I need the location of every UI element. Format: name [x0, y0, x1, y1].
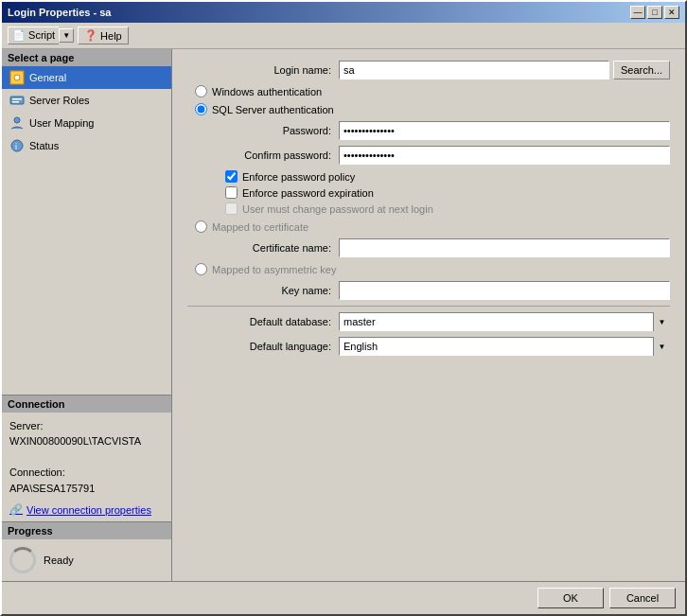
general-icon — [9, 70, 25, 85]
svg-rect-4 — [12, 101, 19, 103]
server-roles-icon — [9, 93, 25, 108]
must-change-label: User must change password at next login — [242, 203, 433, 215]
login-name-input[interactable] — [339, 61, 609, 79]
script-dropdown-arrow[interactable]: ▼ — [59, 28, 74, 43]
toolbar: 📄 Script ▼ ❓ Help — [2, 23, 685, 49]
progress-section-label: Progress — [2, 521, 171, 539]
default-database-label: Default database: — [187, 316, 339, 327]
svg-rect-2 — [10, 97, 24, 104]
link-icon: 🔗 — [9, 503, 23, 516]
cert-name-label: Certificate name: — [187, 242, 339, 254]
minimize-button[interactable]: — — [630, 6, 645, 19]
sql-auth-label: SQL Server authentication — [212, 104, 334, 115]
ok-button[interactable]: OK — [537, 588, 604, 608]
mapped-cert-radio[interactable] — [195, 220, 207, 233]
progress-spinner — [9, 547, 36, 573]
footer: OK Cancel — [2, 581, 685, 614]
cert-name-row: Certificate name: — [187, 238, 670, 257]
progress-content: Ready — [2, 539, 171, 581]
cancel-button[interactable]: Cancel — [609, 588, 676, 608]
enforce-expiration-checkbox[interactable] — [225, 186, 238, 199]
key-name-input[interactable] — [339, 281, 670, 300]
sql-auth-radio[interactable] — [195, 103, 207, 115]
view-connection-link-text: View connection properties — [26, 504, 151, 516]
connection-label-text: Connection: APA\SESA175791 — [9, 465, 164, 496]
sidebar: Select a page General — [2, 49, 172, 581]
default-language-select[interactable]: English Deutsch Français Español — [339, 337, 670, 356]
sidebar-item-general-label: General — [29, 72, 66, 83]
must-change-checkbox — [225, 202, 238, 215]
default-language-select-wrapper: English Deutsch Français Español ▼ — [339, 337, 670, 356]
key-name-label: Key name: — [187, 285, 339, 296]
sidebar-item-server-roles[interactable]: Server Roles — [2, 89, 171, 112]
sql-auth-row: SQL Server authentication — [187, 103, 670, 115]
windows-auth-radio[interactable] — [195, 85, 207, 97]
progress-status: Ready — [44, 554, 74, 566]
content-area: Select a page General — [2, 49, 685, 581]
view-connection-properties-link[interactable]: 🔗 View connection properties — [2, 502, 171, 521]
help-label: Help — [100, 30, 122, 42]
help-button[interactable]: ❓ Help — [78, 26, 129, 44]
svg-point-1 — [14, 75, 20, 80]
svg-point-6 — [11, 140, 23, 151]
enforce-policy-label: Enforce password policy — [242, 171, 355, 183]
cert-name-input[interactable] — [339, 238, 670, 257]
confirm-password-label: Confirm password: — [187, 150, 339, 161]
script-icon: 📄 — [12, 29, 26, 41]
password-input[interactable] — [339, 121, 670, 140]
server-value: WXIN00800090L\TACVISTA — [9, 435, 141, 447]
default-database-row: Default database: master tempdb model ms… — [187, 312, 670, 331]
must-change-row: User must change password at next login — [225, 202, 670, 215]
section-divider — [187, 306, 670, 307]
maximize-button[interactable]: □ — [647, 6, 662, 19]
svg-rect-3 — [12, 98, 22, 100]
sidebar-item-status-label: Status — [29, 140, 59, 151]
password-row: Password: — [187, 121, 670, 140]
close-button[interactable]: ✕ — [664, 6, 679, 19]
default-database-select[interactable]: master tempdb model msdb — [339, 312, 670, 331]
checkboxes-section: Enforce password policy Enforce password… — [187, 170, 670, 215]
window-title: Login Properties - sa — [8, 7, 111, 18]
sidebar-item-status[interactable]: i Status — [2, 134, 171, 157]
sidebar-item-server-roles-label: Server Roles — [29, 95, 90, 106]
windows-auth-row: Windows authentication — [187, 85, 670, 97]
windows-auth-label: Windows authentication — [212, 86, 322, 97]
connection-info: Server: WXIN00800090L\TACVISTA Connectio… — [2, 413, 171, 502]
enforce-expiration-row: Enforce password expiration — [225, 186, 670, 199]
mapped-key-radio[interactable] — [195, 263, 207, 275]
login-name-label: Login name: — [187, 64, 339, 76]
confirm-password-input[interactable] — [339, 146, 670, 165]
main-window: Login Properties - sa — □ ✕ 📄 Script ▼ ❓… — [0, 0, 687, 616]
sidebar-item-user-mapping[interactable]: User Mapping — [2, 112, 171, 134]
title-buttons: — □ ✕ — [630, 6, 679, 19]
server-label-text: Server: WXIN00800090L\TACVISTA — [9, 418, 164, 449]
default-language-label: Default language: — [187, 341, 339, 352]
script-dropdown[interactable]: 📄 Script ▼ — [8, 26, 74, 44]
login-name-row: Login name: Search... — [187, 61, 670, 79]
enforce-policy-checkbox[interactable] — [225, 170, 238, 183]
status-icon: i — [9, 138, 25, 153]
search-button[interactable]: Search... — [613, 61, 670, 79]
key-name-row: Key name: — [187, 281, 670, 300]
mapped-key-row: Mapped to asymmetric key — [187, 263, 670, 275]
script-label: Script — [28, 29, 55, 41]
mapped-cert-label: Mapped to certificate — [212, 221, 308, 233]
sidebar-item-general[interactable]: General — [2, 66, 171, 89]
svg-text:i: i — [15, 142, 17, 151]
help-icon: ❓ — [84, 29, 97, 42]
enforce-expiration-label: Enforce password expiration — [242, 187, 374, 199]
sidebar-item-user-mapping-label: User Mapping — [29, 117, 94, 129]
script-button[interactable]: 📄 Script — [8, 26, 59, 44]
connection-value: APA\SESA175791 — [9, 483, 95, 494]
select-page-label: Select a page — [2, 49, 171, 66]
confirm-password-row: Confirm password: — [187, 146, 670, 165]
mapped-key-label: Mapped to asymmetric key — [212, 264, 336, 275]
password-label: Password: — [187, 125, 339, 136]
sidebar-items: General Server Roles — [2, 66, 171, 395]
main-panel: Login name: Search... Windows authentica… — [172, 49, 685, 581]
default-language-row: Default language: English Deutsch França… — [187, 337, 670, 356]
enforce-policy-row: Enforce password policy — [225, 170, 670, 183]
svg-point-5 — [14, 117, 20, 123]
mapped-cert-row: Mapped to certificate — [187, 220, 670, 233]
title-bar: Login Properties - sa — □ ✕ — [2, 2, 685, 23]
